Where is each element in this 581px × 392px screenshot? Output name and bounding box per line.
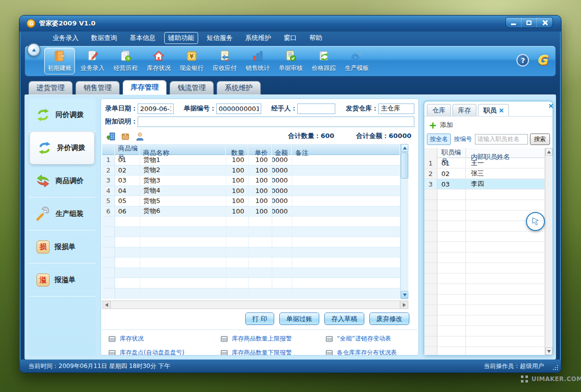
goods-picker-icon[interactable] xyxy=(121,132,130,141)
report-link-stocktaking[interactable]: 库存盘点(自动盘盈盘亏) xyxy=(108,348,220,356)
menu-item-auxiliary-functions[interactable]: 辅助功能 xyxy=(164,32,198,44)
tab-stock[interactable]: 库存 xyxy=(452,104,476,116)
report-link-lower-limit-alert[interactable]: 库存商品数量下限报警 xyxy=(220,348,325,356)
report-icon xyxy=(220,350,228,356)
close-button[interactable] xyxy=(537,18,552,28)
vertical-scrollbar[interactable] xyxy=(400,144,408,299)
doc-no-input[interactable] xyxy=(216,104,261,114)
tab-warehouse[interactable]: 仓库 xyxy=(427,104,451,116)
tab-sales-management[interactable]: 销售管理 xyxy=(76,81,120,94)
toolbar-button-cash-bank[interactable]: ¥ 现金银行 xyxy=(176,48,207,74)
table-row[interactable]: 202货物210010010000 xyxy=(102,166,400,176)
menu-item-sms-service[interactable]: 短信服务 xyxy=(203,32,237,44)
toolbar-button-inventory-status[interactable]: 库存状况 xyxy=(143,48,174,74)
scroll-down-button[interactable] xyxy=(545,348,552,355)
table-row[interactable]: 303货物310010010000 xyxy=(102,176,400,186)
arrow-up-icon xyxy=(403,146,407,150)
help-button[interactable]: ? xyxy=(516,54,529,66)
menu-item-system-maintenance[interactable]: 系统维护 xyxy=(241,32,275,44)
table-row[interactable]: 505货物510010010000 xyxy=(102,196,400,206)
staff-scrollbar[interactable] xyxy=(545,148,552,355)
toolbar-button-price-tracking[interactable]: 价格跟踪 xyxy=(308,48,339,74)
post-voucher-button[interactable]: 单据过账 xyxy=(279,312,319,325)
sidebar-item-production-assembly[interactable]: 生产组装 xyxy=(29,198,96,230)
scroll-right-button[interactable] xyxy=(400,301,408,308)
transfer-diff-price-icon xyxy=(37,140,52,156)
menu-item-help[interactable]: 帮助 xyxy=(305,32,326,44)
staff-search-input[interactable] xyxy=(475,134,528,144)
toolbar-button-data-entry[interactable]: 业务录入 xyxy=(77,48,108,74)
horizontal-scrollbar[interactable] xyxy=(102,300,408,309)
toolbar-button-sales-statistics[interactable]: 销售统计 xyxy=(242,48,273,74)
staff-table: 职员编号 内部职员姓名 101王一 202张三 303李四 xyxy=(424,148,552,355)
resize-grip[interactable] xyxy=(552,364,558,370)
report-links: 库存状况 库存商品数量上限报警 “全能”进销存变动表 库存盘点(自动盘盈盘亏) … xyxy=(108,334,418,356)
discard-changes-button[interactable]: 废弃修改 xyxy=(369,312,409,325)
history-clock-icon xyxy=(119,50,132,62)
svg-text:¥: ¥ xyxy=(190,53,194,60)
table-row[interactable]: 606货物610010010000 xyxy=(102,206,400,217)
yen-coin-icon: ¥ xyxy=(185,50,198,62)
menu-item-basic-info[interactable]: 基本信息 xyxy=(126,32,160,44)
table-row[interactable]: 101货物110010010000 xyxy=(102,155,400,166)
handler-input[interactable] xyxy=(297,104,335,114)
warehouse-picker-icon[interactable] xyxy=(106,132,116,141)
menu-item-window[interactable]: 窗口 xyxy=(280,32,301,44)
date-label: 录单日期： xyxy=(105,104,138,113)
report-link-upper-limit-alert[interactable]: 库存商品数量上限报警 xyxy=(220,334,325,343)
staff-row[interactable]: 101王一 xyxy=(424,158,545,168)
scroll-up-button[interactable] xyxy=(401,144,408,152)
report-link-allround-change-table[interactable]: “全能”进销存变动表 xyxy=(325,334,418,343)
toolbar-button-initial-accounts[interactable]: 初期建账 xyxy=(44,48,75,74)
toolbar-button-voucher-audit[interactable]: 单据审核 xyxy=(275,48,306,74)
menu-bar: 业务录入 数据查询 基本信息 辅助功能 短信服务 系统维护 窗口 帮助 xyxy=(20,32,561,44)
report-icon xyxy=(108,336,116,342)
toolbar-button-receivable-payable[interactable]: 应收应付 xyxy=(209,48,240,74)
sidebar-item-loss-report[interactable]: 损 报损单 xyxy=(29,230,96,264)
tab-purchase-management[interactable]: 进货管理 xyxy=(29,81,73,94)
toolbar-button-business-history[interactable]: 经营历程 xyxy=(110,48,141,74)
collapse-toolbar-button[interactable] xyxy=(27,43,41,56)
scroll-down-button[interactable] xyxy=(401,291,408,299)
scroll-up-button[interactable] xyxy=(545,148,552,156)
staff-row[interactable]: 202张三 xyxy=(424,168,545,179)
sidebar-item-overflow-report[interactable]: 溢 报溢单 xyxy=(29,264,96,296)
tab-cashflow-management[interactable]: 钱流管理 xyxy=(170,81,214,94)
note-label: 附加说明： xyxy=(105,117,138,126)
menu-item-business-entry[interactable]: 业务录入 xyxy=(49,32,83,44)
toolbar-button-production-template[interactable]: 生产模板 xyxy=(341,48,372,74)
staff-row-selected[interactable]: 303李四 xyxy=(424,179,545,190)
tab-inventory-management[interactable]: 库存管理 xyxy=(123,80,167,94)
maximize-icon xyxy=(526,20,531,25)
sidebar-item-price-adjust[interactable]: 商品调价 xyxy=(29,164,96,198)
add-staff-button[interactable]: + 添加 xyxy=(429,120,552,130)
sidebar-item-same-price-transfer[interactable]: 同价调拨 xyxy=(29,98,96,132)
tab-close-icon[interactable] xyxy=(499,108,503,112)
staff-table-header: 职员编号 内部职员姓名 xyxy=(424,148,545,158)
sidebar: 同价调拨 异价调拨 商品调价 生产组装 损 报损单 xyxy=(29,98,96,356)
menu-item-data-query[interactable]: 数据查询 xyxy=(87,32,121,44)
save-draft-button[interactable]: 存入草稿 xyxy=(324,312,364,325)
maximize-button[interactable] xyxy=(521,18,537,28)
empty-row xyxy=(424,347,545,355)
tab-staff[interactable]: 职员 xyxy=(478,104,509,116)
tab-system-maintenance[interactable]: 系统维护 xyxy=(217,81,261,94)
filter-by-code-button[interactable]: 按编号 xyxy=(453,134,473,144)
report-link-inventory-status[interactable]: 库存状况 xyxy=(108,334,220,343)
date-input[interactable] xyxy=(138,104,174,114)
minimize-button[interactable] xyxy=(506,18,521,28)
table-row[interactable]: 404货物410010010000 xyxy=(102,186,400,196)
search-button[interactable]: 搜索 xyxy=(530,134,550,145)
report-link-warehouse-distribution[interactable]: 各仓库库存分布状况表 xyxy=(325,348,418,356)
current-time-text: 当前时间：2009年06月11日 星期四 18时30分 下午 xyxy=(29,362,170,370)
staff-picker-icon[interactable] xyxy=(135,132,145,141)
close-icon xyxy=(542,20,548,26)
print-button[interactable]: 打 印 xyxy=(245,312,274,325)
empty-row xyxy=(424,274,545,284)
sidebar-item-diff-price-transfer[interactable]: 异价调拨 xyxy=(30,132,95,164)
scrollbar-thumb[interactable] xyxy=(401,152,408,178)
filter-by-fullname-button[interactable]: 按全名 xyxy=(427,134,451,145)
scroll-left-button[interactable] xyxy=(103,301,111,308)
note-input[interactable] xyxy=(138,116,414,127)
warehouse-input[interactable] xyxy=(378,104,414,114)
